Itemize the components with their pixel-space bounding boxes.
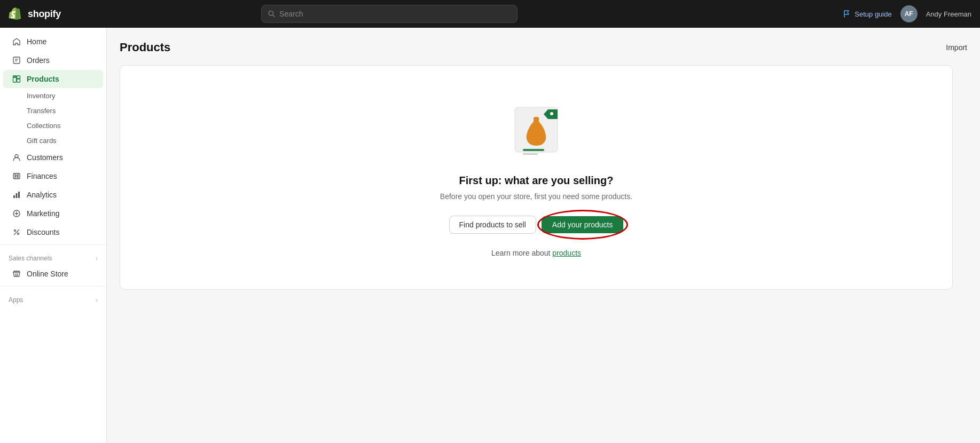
- sidebar-item-gift-cards[interactable]: Gift cards: [3, 133, 103, 148]
- svg-rect-26: [523, 153, 538, 155]
- card-subtext: Before you open your store, first you ne…: [440, 192, 632, 201]
- main-content: Products Import: [107, 28, 980, 443]
- orders-icon: [12, 56, 21, 65]
- sidebar-item-customers[interactable]: Customers: [3, 148, 103, 167]
- svg-rect-10: [13, 173, 20, 179]
- sidebar-item-marketing-label: Marketing: [27, 209, 59, 218]
- svg-rect-16: [18, 192, 20, 198]
- svg-rect-5: [13, 77, 17, 82]
- sidebar-item-orders[interactable]: Orders: [3, 51, 103, 69]
- topbar-right: Setup guide AF Andy Freeman: [843, 5, 971, 22]
- sales-channels-section[interactable]: Sales channels ›: [0, 248, 106, 264]
- sidebar-item-finances[interactable]: Finances: [3, 167, 103, 185]
- sidebar-item-orders-label: Orders: [27, 56, 50, 65]
- sidebar: Home Orders Products: [0, 28, 107, 443]
- sidebar-item-products-label: Products: [27, 75, 59, 83]
- shopify-logo-text: shopify: [28, 9, 61, 20]
- sidebar-item-inventory[interactable]: Inventory: [3, 89, 103, 103]
- search-input[interactable]: [279, 10, 511, 18]
- find-products-button[interactable]: Find products to sell: [449, 216, 536, 234]
- apps-section[interactable]: Apps ›: [0, 290, 106, 306]
- import-button[interactable]: Import: [946, 43, 967, 52]
- svg-line-20: [14, 230, 19, 235]
- flag-icon: [843, 10, 851, 18]
- learn-more-text: Learn more about products: [491, 249, 581, 257]
- sidebar-item-transfers-label: Transfers: [27, 107, 56, 115]
- sidebar-item-home-label: Home: [27, 37, 46, 46]
- sidebar-item-customers-label: Customers: [27, 153, 63, 162]
- finances-icon: [12, 171, 21, 181]
- products-icon: [12, 74, 21, 84]
- chevron-right-icon-apps: ›: [96, 297, 98, 303]
- customers-icon: [12, 153, 21, 162]
- user-avatar: AF: [900, 5, 918, 22]
- svg-rect-7: [17, 79, 20, 82]
- product-illustration: [504, 98, 568, 162]
- page-title: Products: [120, 41, 170, 54]
- learn-more-prefix: Learn more about: [491, 249, 552, 257]
- sidebar-item-online-store-label: Online Store: [27, 270, 68, 278]
- analytics-icon: [12, 190, 21, 200]
- sales-channels-label: Sales channels: [9, 255, 52, 262]
- setup-guide-link[interactable]: Setup guide: [843, 10, 891, 18]
- apps-label: Apps: [9, 296, 23, 304]
- svg-rect-24: [534, 117, 539, 123]
- page-header: Products Import: [120, 41, 967, 54]
- sidebar-divider-2: [0, 286, 106, 287]
- logo-area: shopify: [9, 6, 94, 21]
- setup-guide-label: Setup guide: [854, 10, 891, 18]
- sidebar-item-analytics[interactable]: Analytics: [3, 186, 103, 204]
- learn-more-link[interactable]: products: [552, 249, 581, 257]
- topbar: shopify Setup guide AF Andy Freeman: [0, 0, 980, 28]
- svg-rect-14: [13, 195, 15, 198]
- svg-point-19: [18, 233, 19, 235]
- svg-point-23: [550, 112, 553, 115]
- layout: Home Orders Products: [0, 28, 980, 443]
- discounts-icon: [12, 227, 21, 237]
- sidebar-item-marketing[interactable]: Marketing: [3, 204, 103, 223]
- sidebar-item-finances-label: Finances: [27, 172, 57, 180]
- products-empty-card: First up: what are you selling? Before y…: [120, 65, 953, 290]
- svg-rect-8: [13, 76, 17, 77]
- sidebar-item-discounts-label: Discounts: [27, 228, 59, 236]
- home-icon: [12, 37, 21, 46]
- sidebar-item-transfers[interactable]: Transfers: [3, 104, 103, 118]
- sidebar-item-products[interactable]: Products: [3, 70, 103, 88]
- sidebar-item-discounts[interactable]: Discounts: [3, 223, 103, 241]
- sidebar-item-analytics-label: Analytics: [27, 191, 57, 199]
- search-icon: [268, 10, 275, 18]
- svg-rect-6: [17, 76, 20, 78]
- card-actions: Find products to sell Add your products: [449, 216, 624, 234]
- shopify-logo-icon: [9, 6, 23, 21]
- chevron-right-icon: ›: [96, 255, 98, 262]
- svg-rect-15: [16, 193, 18, 198]
- sidebar-item-collections[interactable]: Collections: [3, 118, 103, 133]
- add-products-wrapper: Add your products: [542, 216, 624, 233]
- sidebar-item-online-store[interactable]: Online Store: [3, 265, 103, 283]
- marketing-icon: [12, 209, 21, 218]
- sidebar-item-gift-cards-label: Gift cards: [27, 137, 57, 145]
- svg-point-11: [15, 175, 18, 177]
- search-bar[interactable]: [261, 5, 518, 23]
- svg-rect-2: [13, 57, 20, 64]
- online-store-icon: [12, 269, 21, 279]
- sidebar-divider: [0, 244, 106, 245]
- svg-line-1: [273, 15, 275, 17]
- card-heading: First up: what are you selling?: [459, 175, 614, 187]
- add-products-button[interactable]: Add your products: [542, 216, 624, 233]
- svg-point-18: [14, 230, 16, 232]
- user-name: Andy Freeman: [926, 10, 971, 18]
- sidebar-item-home[interactable]: Home: [3, 33, 103, 51]
- sidebar-item-collections-label: Collections: [27, 122, 61, 130]
- svg-rect-21: [15, 274, 18, 275]
- svg-rect-25: [523, 149, 544, 151]
- sidebar-item-inventory-label: Inventory: [27, 92, 55, 100]
